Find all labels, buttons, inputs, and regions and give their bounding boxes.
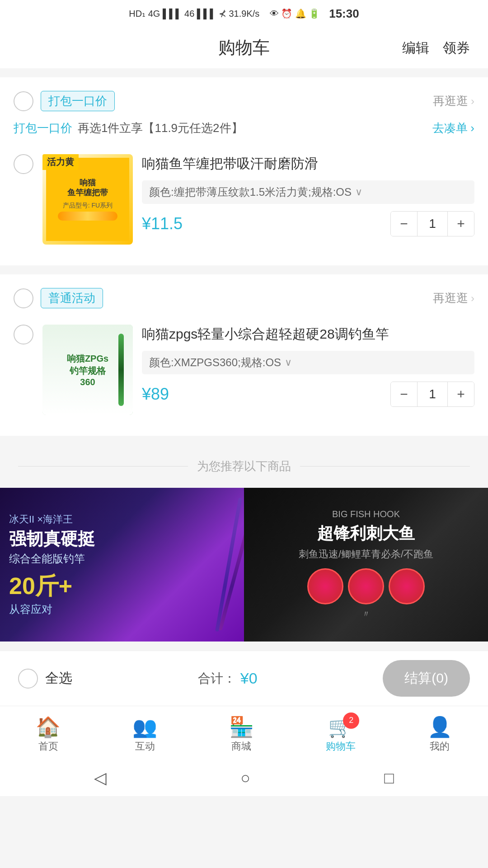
item1-price: ¥11.5 [142,214,183,233]
normal-section: 普通活动 再逛逛 › 响猫ZPGs钓竿规格360 响猫zpgs轻量小综 [0,274,488,436]
promo-bar: 打包一口价 再选1件立享【11.9元任选2件】 去凑单 › [14,120,474,136]
edit-button[interactable]: 编辑 [402,38,429,57]
recent-button[interactable]: □ [384,769,394,788]
item1-qty: 1 [417,212,448,236]
item1-label: 活力黄 [42,154,79,170]
rec1-main-text: 强韧真硬挺 [9,529,235,550]
item1-image-wrap: 响猫鱼竿缠把带 产品型号: FU系列 活力黄 [42,154,133,245]
nav-interact[interactable]: 👥 互动 [132,717,157,753]
select-all-checkbox[interactable] [18,669,38,689]
item1-minus[interactable]: − [391,212,417,236]
item1-variant[interactable]: 颜色:缠把带薄压纹款1.5米活力黄;规格:OS ∨ [142,180,474,204]
nav-home[interactable]: 🏠 首页 [36,717,61,753]
cart-item-1: 响猫鱼竿缠把带 产品型号: FU系列 活力黄 响猫鱼竿缠把带吸汗耐磨防滑 颜色:… [14,147,474,252]
item2-qty: 1 [417,382,448,406]
status-icons: HD₁ 4G ▌▌▌ 46 ▌▌▌ ⊀ 31.9K/s 👁 ⏰ 🔔 🔋 [129,8,320,19]
cart-item-2: 响猫ZPGs钓竿规格360 响猫zpgs轻量小综合超轻超硬28调钓鱼竿 颜色:X… [14,317,474,422]
recommended-grid: 冰天II ×海洋王 强韧真硬挺 综合全能版钓竿 20斤+ 从容应对 BIG FI [0,488,488,642]
page-header: 购物车 编辑 领券 [0,27,488,68]
item1-price-row: ¥11.5 − 1 + [142,211,474,236]
coupon-button[interactable]: 领券 [443,38,470,57]
bundle-see-more[interactable]: 再逛逛 › [433,93,474,109]
variant-chevron: ∨ [355,186,362,198]
promo-bar-left: 打包一口价 再选1件立享【11.9元任选2件】 [14,120,243,136]
rec1-sub-text: 综合全能版钓竿 [9,552,235,566]
rec-item-2[interactable]: BIG FISH HOOK 超锋利刺大鱼 刺鱼迅速/鲫鲤草青必杀/不跑鱼 〃 [244,488,488,642]
rec-item-1-bg: 冰天II ×海洋王 强韧真硬挺 综合全能版钓竿 20斤+ 从容应对 [0,488,244,642]
promo-arrow: › [470,121,474,135]
normal-header-left: 普通活动 [14,288,103,308]
divider-right [300,466,470,467]
checkout-button[interactable]: 结算(0) [383,660,470,697]
rec1-highlight: 20斤+ [9,571,235,602]
divider-left [18,466,188,467]
bottom-middle: 合计： ¥0 [198,670,258,687]
item2-details: 响猫zpgs轻量小综合超轻超硬28调钓鱼竿 颜色:XMZPGS360;规格:OS… [142,325,474,407]
bundle-checkbox[interactable] [14,91,33,111]
rec1-small: 从容应对 [9,602,235,617]
home-button[interactable]: ○ [240,769,250,788]
main-content: 打包一口价 再逛逛 › 打包一口价 再选1件立享【11.9元任选2件】 去凑单 … [0,68,488,651]
bundle-section-header: 打包一口价 再逛逛 › [14,91,474,111]
rec-item-2-bg: BIG FISH HOOK 超锋利刺大鱼 刺鱼迅速/鲫鲤草青必杀/不跑鱼 〃 [244,488,488,642]
nav-shop[interactable]: 🏪 商城 [229,717,254,753]
normal-tag: 普通活动 [41,288,103,308]
item2-price-row: ¥89 − 1 + [142,382,474,407]
shop-icon: 🏪 [229,717,254,737]
see-more-arrow: › [471,95,474,108]
item2-qty-control: − 1 + [390,382,474,407]
item2-plus[interactable]: + [448,382,474,406]
promo-label: 打包一口价 [14,120,72,136]
total-label: 合计： [198,670,236,687]
back-button[interactable]: ◁ [94,769,107,788]
item1-checkbox[interactable] [14,154,33,174]
bottom-bar: 全选 合计： ¥0 结算(0) [0,651,488,706]
interact-icon: 👥 [132,717,157,737]
cart-icon-wrap: 🛒 2 [328,717,353,737]
nav-bar: 🏠 首页 👥 互动 🏪 商城 🛒 2 购物车 👤 我的 [0,706,488,760]
header-actions: 编辑 领券 [402,38,470,57]
system-nav: ◁ ○ □ [0,760,488,796]
normal-see-more[interactable]: 再逛逛 › [433,290,474,306]
rec2-sub-text: 刺鱼迅速/鲫鲤草青必杀/不跑鱼 [253,547,479,561]
rec2-main-text: 超锋利刺大鱼 [253,523,479,544]
goto-bundle[interactable]: 去凑单 › [432,120,474,136]
item1-plus[interactable]: + [448,212,474,236]
item2-minus[interactable]: − [391,382,417,406]
item2-checkbox[interactable] [14,325,33,344]
recommended-divider: 为您推荐以下商品 [0,445,488,488]
item2-image-wrap: 响猫ZPGs钓竿规格360 [42,325,133,415]
promo-desc: 再选1件立享【11.9元任选2件】 [78,120,243,136]
nav-shop-label: 商城 [231,740,251,753]
home-icon: 🏠 [36,717,61,737]
item2-image: 响猫ZPGs钓竿规格360 [42,325,133,415]
bundle-header-left: 打包一口价 [14,91,115,111]
rec-item-1[interactable]: 冰天II ×海洋王 强韧真硬挺 综合全能版钓竿 20斤+ 从容应对 [0,488,244,642]
select-all-label: 全选 [45,669,72,688]
status-bar: HD₁ 4G ▌▌▌ 46 ▌▌▌ ⊀ 31.9K/s 👁 ⏰ 🔔 🔋 15:3… [0,0,488,27]
rec-items: 冰天II ×海洋王 强韧真硬挺 综合全能版钓竿 20斤+ 从容应对 BIG FI [0,488,488,642]
cart-badge: 2 [343,712,359,729]
see-more-arrow2: › [471,292,474,305]
item1-details: 响猫鱼竿缠把带吸汗耐磨防滑 颜色:缠把带薄压纹款1.5米活力黄;规格:OS ∨ … [142,154,474,236]
nav-cart[interactable]: 🛒 2 购物车 [326,717,356,753]
item2-price: ¥89 [142,385,169,404]
item2-variant[interactable]: 颜色:XMZPGS360;规格:OS ∨ [142,351,474,374]
nav-mine-label: 我的 [430,740,450,753]
status-time: 15:30 [329,7,359,21]
variant-chevron2: ∨ [285,357,292,368]
item1-qty-control: − 1 + [390,211,474,236]
nav-interact-label: 互动 [135,740,155,753]
mine-icon: 👤 [427,717,452,737]
item1-name: 响猫鱼竿缠把带吸汗耐磨防滑 [142,154,474,173]
bundle-section: 打包一口价 再逛逛 › 打包一口价 再选1件立享【11.9元任选2件】 去凑单 … [0,77,488,265]
bundle-tag: 打包一口价 [41,91,115,111]
recommended-label: 为您推荐以下商品 [197,458,291,474]
nav-mine[interactable]: 👤 我的 [427,717,452,753]
normal-checkbox[interactable] [14,288,33,308]
total-price: ¥0 [240,670,258,687]
item2-name: 响猫zpgs轻量小综合超轻超硬28调钓鱼竿 [142,325,474,344]
normal-section-header: 普通活动 再逛逛 › [14,288,474,308]
nav-home-label: 首页 [38,740,58,753]
bottom-left: 全选 [18,669,72,689]
